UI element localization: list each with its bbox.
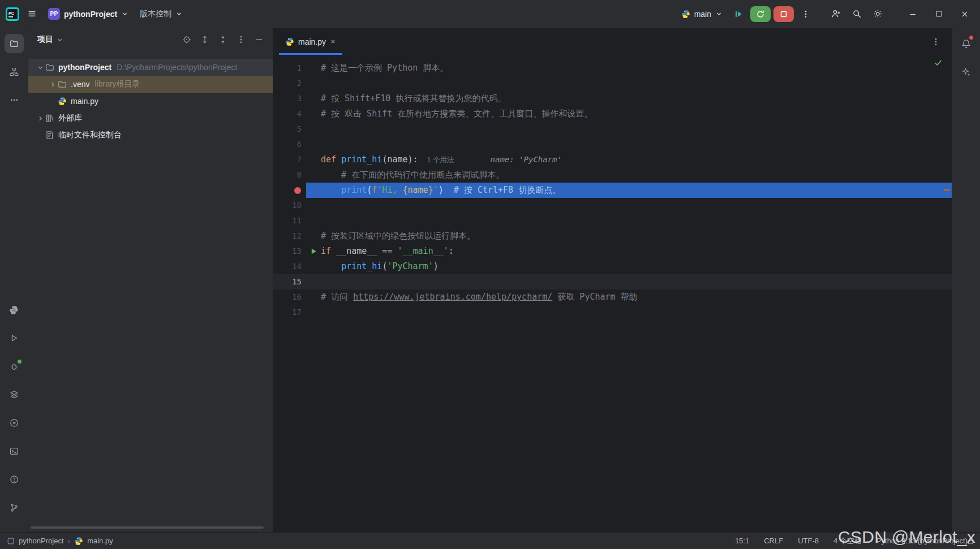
gutter-line-1[interactable]: 1 — [273, 60, 306, 76]
rerun-button[interactable] — [750, 6, 771, 22]
chevron-down-icon[interactable] — [35, 64, 45, 71]
editor-line-14[interactable]: 14 print_hi('PyCharm') — [273, 259, 952, 274]
editor-line-17[interactable]: 17 — [273, 305, 952, 320]
gutter-line-11[interactable]: 11 — [273, 213, 306, 228]
gutter-line-10[interactable]: 10 — [273, 198, 306, 213]
hide-button[interactable] — [252, 33, 266, 46]
error-stripe-mark[interactable] — [944, 189, 949, 191]
tool-ai-assistant-button[interactable] — [957, 62, 976, 81]
chevron-right-icon[interactable] — [35, 115, 45, 122]
code-text[interactable]: # 按 Shift+F10 执行或将其替换为您的代码。 — [321, 91, 506, 106]
chevron-right-icon[interactable] — [48, 81, 58, 88]
more-vertical-icon[interactable] — [931, 37, 940, 46]
gutter-line-12[interactable]: 12 — [273, 228, 306, 244]
gutter-line-8[interactable]: 8 — [273, 167, 306, 183]
gutter-line-3[interactable]: 3 — [273, 91, 306, 106]
editor-line-7[interactable]: 7def print_hi(name):1 个用法name: 'PyCharm' — [273, 152, 952, 167]
tool-profiler-button[interactable] — [5, 413, 24, 433]
main-menu-button[interactable] — [23, 5, 41, 23]
more-run-options-button[interactable] — [797, 5, 815, 23]
editor-line-8[interactable]: 8 # 在下面的代码行中使用断点来调试脚本。 — [273, 167, 952, 183]
gutter-line-9[interactable] — [273, 183, 306, 198]
editor-line-10[interactable]: 10 — [273, 198, 952, 213]
editor-line-1[interactable]: 1# 这是一个示例 Python 脚本。 — [273, 60, 952, 76]
tool-more-horizontal-button[interactable] — [5, 90, 24, 110]
vcs-widget-button[interactable]: 版本控制 — [136, 5, 187, 23]
python-file-icon — [285, 37, 294, 46]
tree-item-venv[interactable]: .venvlibrary根目录 — [28, 76, 273, 93]
tool-services-button[interactable] — [5, 385, 24, 404]
tree-item-scratches[interactable]: 临时文件和控制台 — [28, 127, 273, 144]
tool-run-button[interactable] — [5, 328, 24, 348]
expand-all-button[interactable] — [198, 33, 212, 46]
more-vertical-button[interactable] — [234, 33, 248, 46]
code-text[interactable]: # 按 双击 Shift 在所有地方搜索类、文件、工具窗口、操作和设置。 — [321, 106, 592, 122]
code-with-me-button[interactable] — [827, 5, 845, 23]
tool-notifications-button[interactable] — [957, 34, 976, 53]
close-button[interactable] — [955, 5, 974, 24]
code-text[interactable]: # 按装订区域中的绿色按钮以运行脚本。 — [321, 228, 475, 244]
breadcrumb-item-project[interactable]: pythonProject — [7, 537, 64, 545]
gutter-line-16[interactable]: 16 — [273, 289, 306, 305]
editor-line-13[interactable]: 13if __name__ == '__main__': — [273, 244, 952, 259]
editor-line-3[interactable]: 3# 按 Shift+F10 执行或将其替换为您的代码。 — [273, 91, 952, 106]
gutter-line-15[interactable]: 15 — [273, 274, 306, 289]
caret-position-widget[interactable]: 15:1 — [735, 537, 749, 545]
tree-item-external-libraries[interactable]: 外部库 — [28, 110, 273, 127]
code-text[interactable]: print_hi('PyCharm') — [321, 259, 439, 274]
gutter-line-7[interactable]: 7 — [273, 152, 306, 167]
debug-button[interactable] — [729, 5, 747, 23]
inspections-widget[interactable] — [934, 58, 943, 70]
tool-version-control-button[interactable] — [5, 498, 24, 517]
run-gutter-icon[interactable] — [306, 248, 321, 255]
tree-item-main-py[interactable]: main.py — [28, 93, 273, 110]
editor-line-5[interactable]: 5 — [273, 122, 952, 137]
minimize-button[interactable] — [903, 5, 922, 24]
gutter-line-5[interactable]: 5 — [273, 122, 306, 137]
maximize-button[interactable] — [929, 5, 948, 24]
editor-line-9[interactable]: print(f'Hi, {name}') # 按 Ctrl+F8 切换断点。 — [273, 183, 952, 198]
stop-button[interactable] — [773, 6, 794, 22]
code-text[interactable]: if __name__ == '__main__': — [321, 244, 454, 259]
editor[interactable]: 1# 这是一个示例 Python 脚本。23# 按 Shift+F10 执行或将… — [273, 55, 952, 532]
search-everywhere-button[interactable] — [848, 5, 866, 23]
editor-line-4[interactable]: 4# 按 双击 Shift 在所有地方搜索类、文件、工具窗口、操作和设置。 — [273, 106, 952, 122]
gutter-line-2[interactable]: 2 — [273, 76, 306, 91]
editor-line-12[interactable]: 12# 按装订区域中的绿色按钮以运行脚本。 — [273, 228, 952, 244]
code-text[interactable]: # 访问 https://www.jetbrains.com/help/pych… — [321, 289, 638, 305]
code-text[interactable]: # 在下面的代码行中使用断点来调试脚本。 — [321, 167, 504, 183]
code-text[interactable]: # 这是一个示例 Python 脚本。 — [321, 60, 448, 76]
tool-problems-button[interactable] — [5, 470, 24, 489]
editor-line-6[interactable]: 6 — [273, 137, 952, 152]
gutter-line-17[interactable]: 17 — [273, 305, 306, 320]
line-separator-widget[interactable]: CRLF — [764, 537, 783, 545]
tab-main-py[interactable]: main.py — [279, 28, 342, 55]
tool-debug-tool-button[interactable] — [5, 357, 24, 376]
editor-line-16[interactable]: 16# 访问 https://www.jetbrains.com/help/py… — [273, 289, 952, 305]
gutter-line-4[interactable]: 4 — [273, 106, 306, 122]
tool-structure-button[interactable] — [5, 62, 24, 81]
gutter-line-13[interactable]: 13 — [273, 244, 306, 259]
tree-item-project-root[interactable]: pythonProjectD:\PycharmProjects\pythonPr… — [28, 59, 273, 76]
tool-python-packages-button[interactable] — [5, 300, 24, 319]
settings-button[interactable] — [869, 5, 887, 23]
breadcrumb-item-file[interactable]: main.py — [74, 537, 113, 546]
tool-terminal-button[interactable] — [5, 442, 24, 461]
locate-button[interactable] — [180, 33, 194, 46]
project-view-selector[interactable]: 项目 — [37, 34, 63, 45]
code-text[interactable]: def print_hi(name):1 个用法name: 'PyCharm' — [321, 152, 562, 168]
horizontal-scrollbar[interactable] — [31, 526, 264, 529]
project-widget-button[interactable]: PP pythonProject — [44, 5, 132, 23]
editor-line-11[interactable]: 11 — [273, 213, 952, 228]
run-config-button[interactable]: main — [677, 5, 727, 23]
tab-close-icon[interactable] — [330, 38, 336, 45]
collapse-all-button[interactable] — [216, 33, 230, 46]
editor-line-15[interactable]: 15 — [273, 274, 952, 289]
gutter-line-6[interactable]: 6 — [273, 137, 306, 152]
tool-project-button[interactable] — [5, 34, 24, 53]
code-text[interactable]: print(f'Hi, {name}') # 按 Ctrl+F8 切换断点。 — [321, 183, 561, 198]
file-encoding-widget[interactable]: UTF-8 — [798, 537, 819, 545]
editor-line-2[interactable]: 2 — [273, 76, 952, 91]
gutter-line-14[interactable]: 14 — [273, 259, 306, 274]
breakpoint-icon[interactable] — [294, 187, 301, 194]
